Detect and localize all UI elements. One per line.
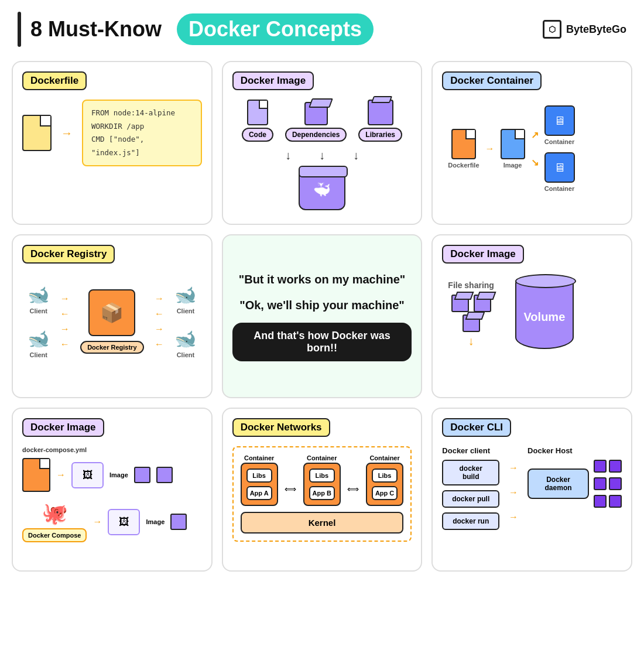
cube-small-3 (170, 514, 187, 530)
whale-client-1: 🐋 Client (28, 285, 49, 314)
mini-cubes-pair-1 (594, 460, 622, 473)
page-header: 8 Must-Know Docker Concepts ⬡ ByteByteGo (12, 12, 632, 47)
docker-image-diagram: Code Dependencies Libraries ↓↓↓ (232, 100, 412, 210)
tiny-cube-2 (609, 460, 622, 473)
client-label-1: Client (29, 307, 47, 314)
docker-image-compose-title: Docker Image (22, 418, 104, 437)
card-docker-image-top: Docker Image Code Dependencies (222, 61, 423, 225)
container1-group: 🖥 Container (544, 105, 575, 145)
host-inner: Docker daemon (527, 460, 622, 508)
container-a-group: Container Libs App A (241, 454, 278, 506)
branch-arrows: ↗ ↘ (531, 129, 539, 168)
dep-dependencies: Dependencies (285, 102, 347, 142)
cli-arrow-1: → (509, 463, 518, 473)
arrow-up: ↗ (531, 129, 539, 141)
logo-text: ByteByteGo (566, 23, 626, 36)
image-icon-1: 🖼 (83, 469, 93, 481)
card-dockerfile: Dockerfile → FROM node:14-alpine WORKDIR… (12, 61, 213, 225)
whale-icon-3: 🐋 (174, 285, 196, 305)
volume-content: File sharing ↓ Volume (442, 273, 622, 355)
container-b-header: Container (307, 454, 337, 461)
client-label-3: Client (177, 307, 195, 314)
compose-diagram: → 🖼 Image 🐙 Docker Compose → 🖼 Image (22, 458, 202, 542)
container-b-box: Libs App B (303, 463, 341, 506)
header-title-highlight: Docker Concepts (177, 13, 374, 45)
dependencies-label: Dependencies (285, 128, 347, 142)
quote-text-1: "But it works on my machine" (239, 271, 406, 288)
chip-icon-2: 🖥 (544, 152, 575, 183)
container-c-box: Libs App C (366, 463, 403, 506)
mini-cubes-section (594, 460, 622, 508)
arrows-bc: ⟺ (347, 472, 359, 506)
tiny-cube-5 (594, 495, 607, 508)
chip-icon-1: 🖥 (544, 105, 575, 136)
container-c-header: Container (369, 454, 399, 461)
cli-arrow-2: → (509, 487, 518, 498)
tiny-cube-4 (609, 477, 622, 490)
main-grid: Dockerfile → FROM node:14-alpine WORKDIR… (12, 61, 632, 572)
cubes-scatter (451, 295, 491, 332)
cli-btn-pull: docker pull (442, 490, 499, 508)
card-docker-networks: Docker Networks Container Libs App A ⟺ C… (222, 408, 423, 572)
logo: ⬡ ByteByteGo (543, 20, 626, 39)
container1-label: Container (544, 138, 574, 145)
whale-client-2: 🐋 Client (28, 329, 49, 358)
docker-networks-title: Docker Networks (232, 418, 330, 437)
image-frame-2: 🖼 (108, 509, 140, 535)
cubes-scatter-top (451, 295, 491, 312)
libs-b: Libs (309, 469, 335, 483)
compose-box: Docker Compose (22, 528, 87, 542)
docker-barrel: 🐳 (299, 169, 345, 210)
docker-registry-title: Docker Registry (22, 245, 115, 264)
code-line-1: FROM node:14-alpine (91, 107, 193, 120)
libs-c: Libs (372, 469, 398, 483)
mini-cube-1 (451, 295, 469, 312)
dep-code: Code (242, 100, 273, 142)
quote-dark-text: And that's how Docker was born!! (232, 323, 412, 361)
deps-row: Code Dependencies Libraries (242, 100, 402, 142)
octopus-icon: 🐙 (42, 501, 68, 526)
arrow-1: → (485, 143, 495, 154)
image-label-1: Image (109, 471, 128, 478)
network-diagram: Container Libs App A ⟺ Container Libs Ap… (232, 446, 412, 542)
card-docker-image-volume: Docker Image File sharing ↓ Volume (431, 234, 632, 398)
card-docker-registry: Docker Registry 🐋 Client 🐋 Client → ← → … (12, 234, 213, 398)
cli-btn-build: docker build (442, 460, 499, 485)
code-label: Code (242, 128, 273, 142)
left-whale-group: 🐋 Client 🐋 Client (28, 285, 49, 358)
cli-arrow-3: → (509, 512, 518, 522)
dockerfile-title: Dockerfile (22, 71, 87, 90)
logo-icon: ⬡ (543, 20, 561, 39)
daemon-label: Docker daemon (545, 476, 572, 492)
cli-layout: Docker client docker build docker pull d… (442, 446, 622, 530)
mini-cube-2 (474, 295, 491, 312)
registry-box-icon: 📦 (100, 302, 124, 324)
container2-label: Container (544, 185, 574, 192)
mini-cubes-pair-2 (594, 477, 622, 490)
client-label-4: Client (177, 351, 195, 358)
cli-arrows: → → → (509, 463, 518, 522)
volume-text: Volume (524, 310, 566, 324)
cube-purple-dep (304, 102, 328, 125)
cli-buttons-col: docker build docker pull docker run (442, 460, 499, 530)
compose-octopus-group: 🐙 Docker Compose (22, 501, 87, 542)
yml-label: docker-compose.yml (22, 446, 202, 453)
quote-text-2: "Ok, we'll ship your machine" (239, 297, 405, 313)
tiny-cube-1 (594, 460, 607, 473)
compose-arrow-1: → (56, 470, 66, 480)
containers-row: Container Libs App A ⟺ Container Libs Ap… (241, 454, 404, 506)
whale-icon-1: 🐋 (28, 285, 49, 305)
dep-libraries: Libraries (358, 100, 402, 142)
compose-bottom-group: 🐙 Docker Compose → 🖼 Image (22, 501, 202, 542)
whale-client-3: 🐋 Client (174, 285, 196, 314)
header-left: 8 Must-Know Docker Concepts (18, 12, 374, 47)
page-icon-purple (247, 100, 268, 125)
registry-box: 📦 (88, 289, 135, 336)
tiny-cube-6 (609, 495, 622, 508)
docker-image-top-title: Docker Image (232, 71, 314, 90)
registry-label-bubble: Docker Registry (80, 341, 143, 354)
arrow-down: ↘ (531, 157, 539, 168)
code-line-3: CMD ["node", "index.js"] (91, 133, 193, 159)
container-c-group: Container Libs App C (366, 454, 403, 506)
docker-container-title: Docker Container (442, 71, 542, 90)
